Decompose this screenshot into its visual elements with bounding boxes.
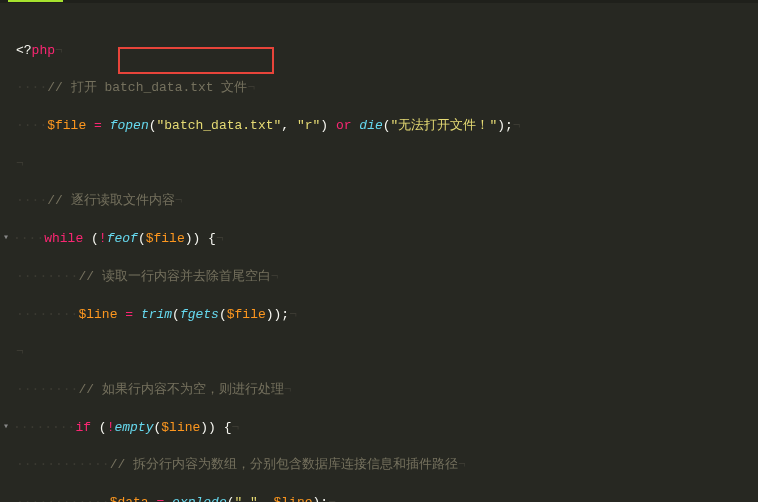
code-line: ········$line = trim(fgets($file));¬: [16, 306, 758, 325]
code-line: ····$file = fopen("batch_data.txt", "r")…: [16, 117, 758, 136]
code-line: ▾········if (!empty($line)) {¬: [16, 419, 758, 438]
code-line: <?php¬: [16, 42, 758, 61]
code-line: ¬: [16, 155, 758, 174]
code-editor[interactable]: <?php¬ ····// 打开 batch_data.txt 文件¬ ····…: [0, 0, 758, 502]
code-line: ····// 打开 batch_data.txt 文件¬: [16, 79, 758, 98]
fold-icon[interactable]: ▾: [3, 231, 13, 246]
code-line: ············// 拆分行内容为数组，分别包含数据库连接信息和插件路径…: [16, 456, 758, 475]
code-line: ¬: [16, 343, 758, 362]
fold-icon[interactable]: ▾: [3, 420, 13, 435]
code-line: ····// 逐行读取文件内容¬: [16, 192, 758, 211]
code-line: ············$data = explode(",", $line);…: [16, 494, 758, 502]
code-line: ▾····while (!feof($file)) {¬: [16, 230, 758, 249]
code-line: ········// 如果行内容不为空，则进行处理¬: [16, 381, 758, 400]
code-line: ········// 读取一行内容并去除首尾空白¬: [16, 268, 758, 287]
